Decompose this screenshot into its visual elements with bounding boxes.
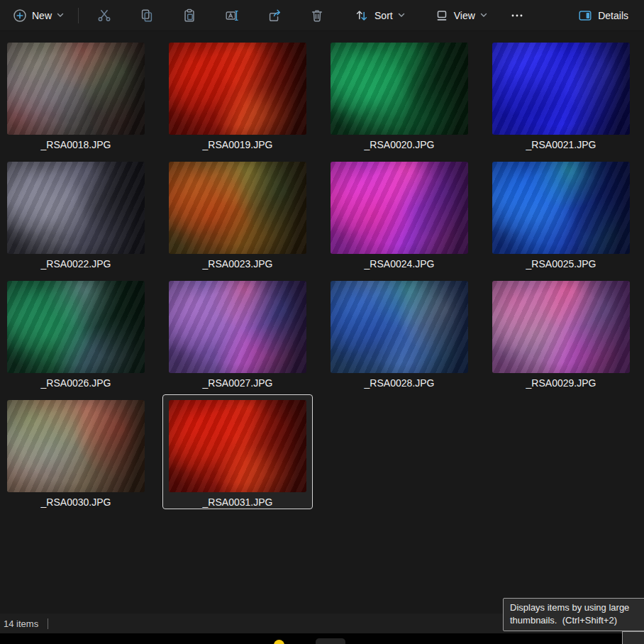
file-tile[interactable]: _RSA0020.JPG <box>324 37 474 152</box>
file-name-label: _RSA0025.JPG <box>492 257 630 270</box>
file-name-label: _RSA0021.JPG <box>492 138 630 151</box>
file-tile[interactable]: _RSA0030.JPG <box>1 394 151 509</box>
file-thumbnail <box>331 43 468 135</box>
view-button-label: View <box>454 10 475 21</box>
file-name-label: _RSA0031.JPG <box>169 496 306 509</box>
file-tile[interactable]: _RSA0031.JPG <box>162 394 313 509</box>
view-tooltip: Displays items by using large thumbnails… <box>503 598 644 631</box>
delete-button[interactable] <box>303 4 331 28</box>
new-button[interactable]: New <box>6 4 71 28</box>
copy-icon <box>139 8 155 23</box>
file-thumbnail <box>7 281 145 373</box>
file-tile[interactable]: _RSA0026.JPG <box>1 275 151 390</box>
file-tile[interactable]: _RSA0023.JPG <box>162 156 313 271</box>
file-grid: _RSA0018.JPG _RSA0019.JPG _RSA0020.JPG _… <box>0 31 644 614</box>
item-count-label: 14 items <box>4 618 38 629</box>
file-thumbnail <box>169 281 306 373</box>
clipboard-icon <box>182 8 197 23</box>
file-name-label: _RSA0023.JPG <box>169 257 306 270</box>
status-separator <box>48 618 48 629</box>
copy-button[interactable] <box>133 4 161 28</box>
file-name-label: _RSA0022.JPG <box>7 257 145 270</box>
details-button-label: Details <box>598 10 628 21</box>
file-thumbnail <box>492 162 630 254</box>
file-thumbnail <box>7 162 145 254</box>
share-icon <box>267 8 282 23</box>
file-thumbnail <box>331 281 468 373</box>
paste-button[interactable] <box>175 4 204 28</box>
file-tile[interactable]: _RSA0024.JPG <box>324 156 474 271</box>
tooltip-line-2: thumbnails. (Ctrl+Shift+2) <box>510 614 644 627</box>
file-name-label: _RSA0030.JPG <box>7 496 145 509</box>
sort-button-label: Sort <box>374 10 393 21</box>
taskbar-edge <box>0 633 644 644</box>
file-name-label: _RSA0024.JPG <box>331 257 468 270</box>
view-layout-icon <box>435 9 449 23</box>
scissors-icon <box>96 8 112 23</box>
file-thumbnail <box>492 43 630 135</box>
file-tile[interactable]: _RSA0018.JPG <box>1 37 151 152</box>
ellipsis-icon <box>509 8 525 23</box>
view-button[interactable]: View <box>428 4 494 28</box>
file-name-label: _RSA0020.JPG <box>331 138 468 151</box>
new-button-label: New <box>32 10 52 21</box>
file-name-label: _RSA0029.JPG <box>492 377 630 389</box>
plus-circle-icon <box>13 9 27 23</box>
file-tile[interactable]: _RSA0027.JPG <box>162 275 313 390</box>
partial-flyout-corner <box>622 631 644 644</box>
sort-button[interactable]: Sort <box>347 4 412 28</box>
file-tile[interactable]: _RSA0019.JPG <box>162 37 313 152</box>
chevron-down-icon <box>480 13 487 18</box>
file-tile[interactable]: _RSA0021.JPG <box>486 37 636 152</box>
file-thumbnail <box>169 43 306 135</box>
file-name-label: _RSA0028.JPG <box>331 377 468 389</box>
cut-button[interactable] <box>90 4 118 28</box>
file-tile[interactable]: _RSA0022.JPG <box>1 156 151 271</box>
file-name-label: _RSA0019.JPG <box>169 138 306 151</box>
taskbar-partial-button[interactable] <box>316 638 345 644</box>
file-thumbnail <box>492 281 630 373</box>
file-thumbnail <box>169 162 306 254</box>
chevron-down-icon <box>57 13 64 18</box>
file-tile[interactable]: _RSA0029.JPG <box>486 275 636 390</box>
taskbar-partial-icon[interactable] <box>274 640 284 644</box>
see-more-button[interactable] <box>501 4 533 28</box>
file-name-label: _RSA0018.JPG <box>7 138 145 151</box>
details-toggle-button[interactable]: Details <box>570 4 635 28</box>
chevron-down-icon <box>398 13 405 18</box>
share-button[interactable] <box>260 4 289 28</box>
rename-button[interactable] <box>218 4 246 28</box>
file-thumbnail <box>7 43 145 135</box>
file-name-label: _RSA0027.JPG <box>169 377 306 389</box>
sort-arrows-icon <box>354 8 370 23</box>
file-thumbnail <box>331 162 468 254</box>
file-thumbnail <box>169 400 306 492</box>
file-tile[interactable]: _RSA0028.JPG <box>324 275 474 390</box>
details-pane-icon <box>577 8 593 23</box>
trash-icon <box>309 8 325 23</box>
command-bar: New <box>0 0 644 31</box>
rename-icon <box>224 8 240 23</box>
toolbar-separator <box>78 8 79 23</box>
tooltip-line-1: Displays items by using large <box>510 601 644 614</box>
file-name-label: _RSA0026.JPG <box>7 377 145 389</box>
file-tile[interactable]: _RSA0025.JPG <box>486 156 636 271</box>
file-thumbnail <box>7 400 145 492</box>
